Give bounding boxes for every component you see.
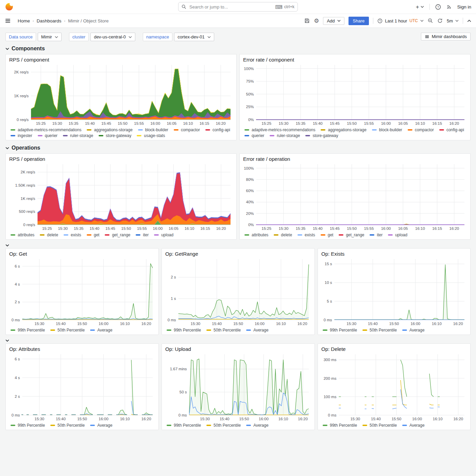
news-icon[interactable]: [446, 4, 452, 10]
legend-item-adaptive-metrics-recommendations[interactable]: adaptive-metrics-recommendations: [11, 128, 81, 132]
chevron-down-icon: [5, 147, 9, 149]
legend-item-99th-percentile[interactable]: 99th Percentile: [11, 328, 45, 333]
breadcrumb-dashboards[interactable]: Dashboards: [37, 18, 62, 23]
grafana-logo[interactable]: [5, 2, 14, 11]
legend-item-50th-percentile[interactable]: 50th Percentile: [362, 328, 397, 333]
legend-item-exists[interactable]: exists: [64, 233, 81, 237]
legend-item-99th-percentile[interactable]: 99th Percentile: [11, 423, 45, 428]
legend-item-adaptive-metrics-recommendations[interactable]: adaptive-metrics-recommendations: [244, 128, 315, 132]
legend-item-compactor[interactable]: compactor: [408, 128, 434, 132]
breadcrumb-current: Mimir / Object Store: [68, 18, 108, 23]
legend-item-average[interactable]: Average: [402, 423, 424, 428]
legend-item-get[interactable]: get: [87, 233, 100, 237]
dashboard-settings-icon[interactable]: ⚙: [314, 17, 319, 24]
breadcrumb-separator: ›: [33, 19, 34, 23]
legend-item-delete[interactable]: delete: [274, 233, 292, 237]
legend-item-store-gateway[interactable]: store-gateway: [305, 133, 338, 138]
legend-item-aggregations-storage[interactable]: aggregations-storage: [321, 128, 366, 132]
chart-error-rate-component[interactable]: 15:2515:3015:3515:4015:4515:5015:5516:00…: [243, 63, 467, 127]
variable-cluster-value[interactable]: dev-us-central-0: [90, 33, 135, 41]
legend-item-average[interactable]: Average: [402, 328, 424, 333]
legend-item-ruler-storage[interactable]: ruler-storage: [270, 133, 300, 138]
row-collapse-chevron[interactable]: [5, 244, 471, 247]
row-collapse-chevron[interactable]: [5, 339, 471, 342]
chart-rps-operation[interactable]: 15:2515:3015:3515:4015:4515:5015:5516:00…: [9, 162, 233, 232]
legend-item-99th-percentile[interactable]: 99th Percentile: [323, 423, 357, 428]
legend-item-config-api[interactable]: config-api: [439, 128, 464, 132]
legend-item-99th-percentile[interactable]: 99th Percentile: [167, 328, 201, 333]
chart-op-getrange[interactable]: 15:3015:4015:5016:0016:1016:200 ms1 s2 s: [165, 257, 311, 327]
legend-item-attributes[interactable]: attributes: [11, 233, 34, 237]
legend-item-average[interactable]: Average: [246, 423, 268, 428]
legend-item-attributes[interactable]: attributes: [244, 233, 268, 237]
chart-op-attributes[interactable]: 15:3015:4015:5016:0016:1016:200 ms2 s4 s…: [9, 352, 155, 422]
legend-item-50th-percentile[interactable]: 50th Percentile: [362, 423, 397, 428]
legend-item-config-api[interactable]: config-api: [205, 128, 230, 132]
legend-item-querier[interactable]: querier: [244, 133, 264, 138]
legend-item-99th-percentile[interactable]: 99th Percentile: [323, 328, 357, 333]
menu-icon[interactable]: [5, 18, 11, 24]
section-operations[interactable]: Operations: [5, 145, 471, 151]
legend-item-ingester[interactable]: ingester: [11, 133, 32, 138]
time-range-picker[interactable]: Last 1 hour UTC: [377, 18, 424, 23]
chart-op-delete[interactable]: 15:3015:4015:5016:0016:1016:200 ms100 ms…: [321, 352, 467, 422]
collapse-header-icon[interactable]: [467, 20, 471, 22]
add-panel-button[interactable]: Add: [323, 17, 344, 25]
search-box[interactable]: ⌨ctrl+k: [178, 2, 298, 12]
chart-op-upload[interactable]: 15:3015:4015:5016:0016:1016:200 ms50 s1.…: [165, 352, 311, 422]
chart-rps-component[interactable]: 15:2515:3015:3515:4015:4515:5015:5516:00…: [9, 63, 233, 127]
legend-item-upload[interactable]: upload: [388, 233, 407, 237]
help-icon[interactable]: ?: [435, 4, 441, 10]
svg-text:15 s: 15 s: [325, 262, 332, 266]
legend-item-block-builder[interactable]: block-builder: [372, 128, 402, 132]
variable-cluster-label[interactable]: cluster: [69, 33, 89, 41]
legend-item-get-range[interactable]: get_range: [105, 233, 130, 237]
legend-item-50th-percentile[interactable]: 50th Percentile: [50, 423, 85, 428]
add-new-button[interactable]: +: [416, 4, 424, 10]
legend-item-99th-percentile[interactable]: 99th Percentile: [167, 423, 201, 428]
variable-datasource-label[interactable]: Data source: [5, 33, 36, 41]
section-components[interactable]: Components: [5, 46, 471, 52]
legend-item-iter[interactable]: iter: [136, 233, 149, 237]
legend-item-store-gateway[interactable]: store-gateway: [99, 133, 131, 138]
share-button[interactable]: Share: [348, 17, 369, 25]
variable-datasource-value[interactable]: Mimir: [38, 33, 62, 41]
breadcrumb-home[interactable]: Home: [18, 18, 30, 23]
variable-namespace-value[interactable]: cortex-dev-01: [174, 33, 214, 41]
legend-item-compactor[interactable]: compactor: [174, 128, 200, 132]
svg-text:16:10: 16:10: [415, 226, 425, 231]
legend-label: attributes: [18, 233, 34, 237]
variable-namespace-label[interactable]: namespace: [143, 33, 172, 41]
legend-item-ruler-storage[interactable]: ruler-storage: [63, 133, 93, 138]
svg-text:40%: 40%: [246, 200, 254, 204]
search-input[interactable]: [189, 4, 273, 10]
refresh-interval-picker[interactable]: 5m: [447, 18, 459, 23]
sign-in-link[interactable]: Sign in: [457, 4, 471, 10]
legend-item-50th-percentile[interactable]: 50th Percentile: [50, 328, 85, 333]
legend-item-get[interactable]: get: [321, 233, 334, 237]
refresh-icon[interactable]: [437, 18, 443, 23]
legend-item-get-range[interactable]: get_range: [339, 233, 364, 237]
legend-item-usage-stats[interactable]: usage-stats: [137, 133, 165, 138]
legend-item-50th-percentile[interactable]: 50th Percentile: [206, 328, 241, 333]
legend-item-querier[interactable]: querier: [38, 133, 57, 138]
panel-title: Op: Attributes: [9, 346, 155, 352]
chart-op-exists[interactable]: 15:3015:4015:5016:0016:1016:200 ms5 s10 …: [321, 257, 467, 327]
legend-item-iter[interactable]: iter: [370, 233, 382, 237]
save-dashboard-icon[interactable]: [304, 18, 310, 23]
legend-item-average[interactable]: Average: [90, 328, 112, 333]
legend-item-exists[interactable]: exists: [298, 233, 315, 237]
chart-error-rate-operation[interactable]: 15:2515:3015:3515:4015:4515:5015:5516:00…: [243, 162, 467, 232]
legend-item-average[interactable]: Average: [246, 328, 268, 333]
legend-item-block-builder[interactable]: block-builder: [138, 128, 168, 132]
mimir-dashboards-button[interactable]: Mimir dashboards: [421, 33, 471, 40]
legend-label: compactor: [181, 128, 200, 132]
chart-op-get[interactable]: 15:3015:4015:5016:0016:1016:200 ms2 s4 s…: [9, 257, 155, 327]
zoom-out-icon[interactable]: [428, 18, 433, 23]
legend-label: 50th Percentile: [214, 328, 241, 333]
legend-item-delete[interactable]: delete: [40, 233, 58, 237]
legend-item-upload[interactable]: upload: [154, 233, 173, 237]
legend-item-50th-percentile[interactable]: 50th Percentile: [206, 423, 241, 428]
legend-item-average[interactable]: Average: [90, 423, 112, 428]
legend-item-aggregations-storage[interactable]: aggregations-storage: [87, 128, 132, 132]
